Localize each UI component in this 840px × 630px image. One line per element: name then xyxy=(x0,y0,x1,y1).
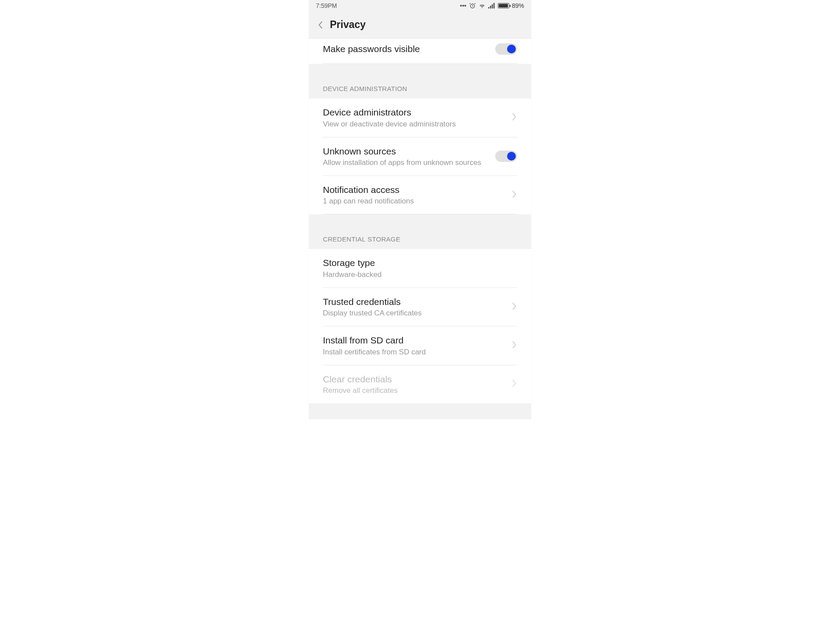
row-title: Device administrators xyxy=(323,106,506,118)
row-title: Unknown sources xyxy=(323,145,489,157)
row-sub: Install certificates from SD card xyxy=(323,347,506,357)
row-sub: Allow installation of apps from unknown … xyxy=(323,158,489,168)
toggle-knob xyxy=(507,152,516,161)
row-title: Trusted credentials xyxy=(323,296,506,308)
battery-icon xyxy=(498,3,509,8)
svg-rect-4 xyxy=(494,3,494,9)
chevron-right-icon xyxy=(512,341,517,350)
row-sub: View or deactivate device administrators xyxy=(323,119,506,129)
phone-screen: 7:59PM ••• 89% Privacy Make passwor xyxy=(309,0,531,419)
status-bar: 7:59PM ••• 89% xyxy=(309,0,531,11)
toggle-make-passwords-visible[interactable] xyxy=(495,43,517,55)
row-sub: 1 app can read notifications xyxy=(323,196,506,206)
row-sub: Hardware-backed xyxy=(323,270,517,280)
settings-list[interactable]: Make passwords visible DEVICE ADMINISTRA… xyxy=(309,38,531,403)
row-storage-type[interactable]: Storage type Hardware-backed xyxy=(309,249,531,287)
section-header-device-administration: DEVICE ADMINISTRATION xyxy=(309,64,531,98)
battery-percentage: 89% xyxy=(512,2,524,9)
row-install-from-sd-card[interactable]: Install from SD card Install certificate… xyxy=(309,326,531,364)
row-title: Make passwords visible xyxy=(323,43,489,55)
signal-icon xyxy=(488,3,495,9)
chevron-right-icon xyxy=(512,190,517,200)
row-unknown-sources[interactable]: Unknown sources Allow installation of ap… xyxy=(309,137,531,175)
chevron-right-icon xyxy=(512,302,517,312)
toggle-knob xyxy=(507,45,516,53)
app-header: Privacy xyxy=(309,11,531,38)
toggle-unknown-sources[interactable] xyxy=(495,150,517,162)
chevron-right-icon xyxy=(512,379,517,389)
more-icon: ••• xyxy=(460,2,466,9)
svg-rect-2 xyxy=(490,6,491,8)
row-sub: Display trusted CA certificates xyxy=(323,308,506,318)
row-title: Storage type xyxy=(323,257,517,269)
row-sub: Remove all certificates xyxy=(323,386,506,396)
status-icons: ••• 89% xyxy=(460,2,524,9)
chevron-left-icon xyxy=(316,21,324,29)
row-title: Clear credentials xyxy=(323,373,506,385)
row-title: Notification access xyxy=(323,184,506,196)
svg-rect-1 xyxy=(488,7,489,8)
row-notification-access[interactable]: Notification access 1 app can read notif… xyxy=(309,176,531,214)
section-header-credential-storage: CREDENTIAL STORAGE xyxy=(309,214,531,249)
chevron-right-icon xyxy=(512,113,517,122)
alarm-icon xyxy=(469,2,476,9)
row-title: Install from SD card xyxy=(323,334,506,346)
wifi-icon xyxy=(479,2,486,9)
status-time: 7:59PM xyxy=(316,2,337,9)
row-device-administrators[interactable]: Device administrators View or deactivate… xyxy=(309,98,531,136)
svg-rect-3 xyxy=(492,4,493,9)
row-clear-credentials[interactable]: Clear credentials Remove all certificate… xyxy=(309,365,531,403)
row-make-passwords-visible[interactable]: Make passwords visible xyxy=(309,38,531,63)
page-title: Privacy xyxy=(330,19,366,31)
back-button[interactable] xyxy=(312,17,328,33)
row-trusted-credentials[interactable]: Trusted credentials Display trusted CA c… xyxy=(309,288,531,326)
